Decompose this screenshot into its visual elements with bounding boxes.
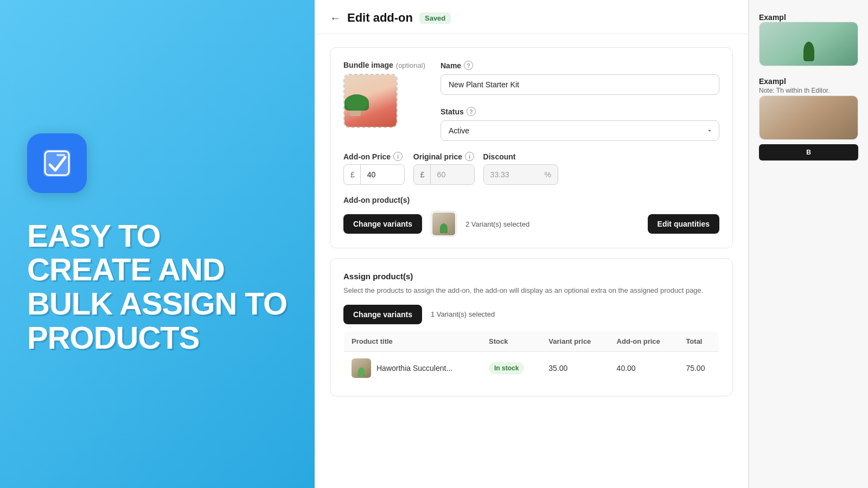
- bundle-image-inner: [344, 75, 397, 127]
- addon-price-info-icon[interactable]: i: [393, 152, 403, 161]
- assign-products-section: Assign product(s) Select the products to…: [330, 258, 733, 396]
- addon-price-cell: 40.00: [609, 351, 679, 384]
- example2-card: [759, 95, 858, 140]
- right-panel: Exampl Exampl Note: Th within th Editor.…: [749, 0, 868, 488]
- status-label: Status ?: [441, 107, 719, 116]
- addon-products-section: Add-on product(s) Change variants 2 Vari…: [343, 196, 719, 237]
- col-product-title: Product title: [344, 331, 482, 351]
- assign-controls: Change variants 1 Variant(s) selected: [343, 305, 719, 324]
- saved-badge: Saved: [419, 12, 451, 24]
- addon-price-input[interactable]: [361, 165, 404, 184]
- original-price-col: Original price i £: [413, 152, 475, 185]
- page-title: Edit add-on: [347, 11, 413, 25]
- assign-title: Assign product(s): [343, 272, 719, 281]
- discount-input-wrap: %: [483, 164, 558, 185]
- name-status-col: Name ? Status ? Active Inactive: [441, 61, 719, 141]
- assign-description: Select the products to assign the add-on…: [343, 285, 719, 296]
- name-info-icon[interactable]: ?: [464, 61, 473, 70]
- main-form-card: Bundle image (optional) Name ?: [330, 47, 733, 248]
- addon-price-input-wrap: £: [343, 164, 405, 185]
- stock-cell: In stock: [481, 351, 541, 384]
- name-label: Name ?: [441, 61, 719, 70]
- app-icon: [27, 133, 87, 193]
- svg-rect-0: [43, 150, 71, 177]
- product-title-cell: Haworthia Succulent...: [344, 351, 482, 384]
- price-row: Add-on Price i £ Original price i £: [343, 152, 719, 185]
- hero-text: EASY TO CREATE AND BULK ASSIGN TO PRODUC…: [27, 219, 288, 355]
- optional-label: (optional): [396, 61, 425, 69]
- example2-section: Exampl Note: Th within th Editor. B: [759, 77, 858, 160]
- addon-controls: Change variants 2 Variant(s) selected Ed…: [343, 211, 719, 237]
- name-input[interactable]: [441, 74, 719, 95]
- original-price-input-wrap: £: [413, 164, 475, 185]
- table-row: Haworthia Succulent... In stock 35.00 40…: [344, 351, 719, 384]
- svg-rect-2: [56, 154, 65, 156]
- assign-change-variants-button[interactable]: Change variants: [343, 305, 422, 324]
- original-price-label: Original price i: [413, 152, 475, 161]
- product-table: Product title Stock Variant price Add-on…: [343, 331, 719, 385]
- variant-thumb: [431, 211, 457, 237]
- total-cell: 75.00: [678, 351, 719, 384]
- edit-quantities-button[interactable]: Edit quantities: [648, 214, 719, 234]
- percent-suffix: %: [538, 165, 558, 184]
- example1-card: [759, 22, 858, 66]
- variants-selected-count: 2 Variant(s) selected: [465, 220, 529, 228]
- example2-image: [760, 96, 858, 139]
- addon-products-label: Add-on product(s): [343, 196, 719, 204]
- bundle-image-upload[interactable]: [343, 74, 398, 128]
- panel-header: ← Edit add-on Saved: [315, 0, 748, 34]
- original-price-currency: £: [414, 165, 431, 184]
- back-button[interactable]: ←: [330, 12, 341, 24]
- example1-label: Exampl: [759, 13, 858, 22]
- status-info-icon[interactable]: ?: [467, 107, 476, 116]
- original-price-info-icon[interactable]: i: [465, 152, 474, 161]
- bundle-image-label: Bundle image (optional): [343, 61, 425, 69]
- col-addon-price: Add-on price: [609, 331, 679, 351]
- original-price-input[interactable]: [431, 165, 474, 184]
- example1-section: Exampl: [759, 13, 858, 66]
- addon-price-currency: £: [344, 165, 361, 184]
- variant-thumb-image: [432, 213, 455, 235]
- discount-input: [484, 165, 538, 184]
- col-stock: Stock: [481, 331, 541, 351]
- plant-image: [344, 75, 397, 127]
- col-total: Total: [678, 331, 719, 351]
- product-name: Haworthia Succulent...: [376, 364, 452, 373]
- example1-image: [760, 22, 858, 66]
- addon-price-col: Add-on Price i £: [343, 152, 405, 185]
- discount-col: Discount %: [483, 152, 558, 185]
- left-panel: EASY TO CREATE AND BULK ASSIGN TO PRODUC…: [0, 0, 315, 488]
- col-variant-price: Variant price: [541, 331, 609, 351]
- variant-price-cell: 35.00: [541, 351, 609, 384]
- edit-panel: ← Edit add-on Saved Bundle image (option…: [315, 0, 749, 488]
- product-thumbnail: [352, 358, 371, 378]
- bundle-image-col: Bundle image (optional): [343, 61, 425, 128]
- example-btn[interactable]: B: [759, 144, 858, 160]
- product-cell: Haworthia Succulent...: [352, 358, 474, 378]
- addon-price-label: Add-on Price i: [343, 152, 405, 161]
- example2-note: Note: Th within th Editor.: [759, 86, 858, 95]
- discount-label: Discount: [483, 152, 558, 161]
- status-select[interactable]: Active Inactive: [441, 120, 719, 141]
- assign-variants-count: 1 Variant(s) selected: [431, 310, 495, 318]
- change-variants-button[interactable]: Change variants: [343, 214, 422, 234]
- in-stock-badge: In stock: [489, 362, 524, 374]
- example2-label: Exampl: [759, 77, 858, 86]
